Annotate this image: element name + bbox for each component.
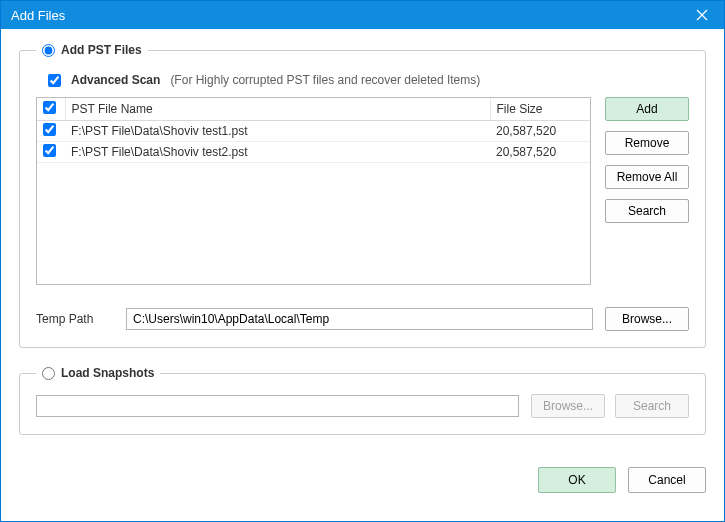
snapshot-browse-button: Browse... <box>531 394 605 418</box>
file-table-header: PST File Name File Size <box>37 98 590 121</box>
cancel-button[interactable]: Cancel <box>628 467 706 493</box>
row-checkbox[interactable] <box>43 123 56 136</box>
window-title: Add Files <box>11 8 65 23</box>
advanced-scan-row: Advanced Scan (For Highly corrupted PST … <box>48 73 689 87</box>
ok-button[interactable]: OK <box>538 467 616 493</box>
table-row[interactable]: F:\PST File\Data\Shoviv test2.pst 20,587… <box>37 142 590 163</box>
add-pst-legend-label: Add PST Files <box>61 43 142 57</box>
add-button[interactable]: Add <box>605 97 689 121</box>
close-button[interactable] <box>688 1 716 29</box>
row-checkbox[interactable] <box>43 144 56 157</box>
snapshot-row: Browse... Search <box>36 394 689 418</box>
temp-path-row: Temp Path Browse... <box>36 307 689 331</box>
file-table: PST File Name File Size F:\PST File\Data… <box>37 98 590 163</box>
snapshot-search-button: Search <box>615 394 689 418</box>
footer: OK Cancel <box>1 467 724 493</box>
advanced-scan-hint: (For Highly corrupted PST files and reco… <box>170 73 480 87</box>
row-size: 20,587,520 <box>490 121 590 142</box>
close-icon <box>696 9 708 21</box>
temp-path-label: Temp Path <box>36 312 114 326</box>
content-area: Add PST Files Advanced Scan (For Highly … <box>1 29 724 467</box>
row-name: F:\PST File\Data\Shoviv test2.pst <box>65 142 490 163</box>
search-button[interactable]: Search <box>605 199 689 223</box>
remove-all-button[interactable]: Remove All <box>605 165 689 189</box>
titlebar: Add Files <box>1 1 724 29</box>
temp-path-input[interactable] <box>126 308 593 330</box>
header-check-cell[interactable] <box>37 98 65 121</box>
header-checkbox[interactable] <box>43 101 56 114</box>
side-buttons: Add Remove Remove All Search <box>605 97 689 285</box>
advanced-scan-label: Advanced Scan <box>71 73 160 87</box>
add-pst-legend[interactable]: Add PST Files <box>36 43 148 57</box>
load-snapshots-legend-label: Load Snapshots <box>61 366 154 380</box>
snapshot-buttons: Browse... Search <box>531 394 689 418</box>
advanced-scan-checkbox[interactable] <box>48 74 61 87</box>
add-pst-radio[interactable] <box>42 44 55 57</box>
row-size: 20,587,520 <box>490 142 590 163</box>
temp-browse-button[interactable]: Browse... <box>605 307 689 331</box>
table-row[interactable]: F:\PST File\Data\Shoviv test1.pst 20,587… <box>37 121 590 142</box>
load-snapshots-radio[interactable] <box>42 367 55 380</box>
snapshot-path-input[interactable] <box>36 395 519 417</box>
add-pst-group: Add PST Files Advanced Scan (For Highly … <box>19 43 706 348</box>
load-snapshots-legend[interactable]: Load Snapshots <box>36 366 160 380</box>
files-body: PST File Name File Size F:\PST File\Data… <box>36 97 689 285</box>
file-table-wrap: PST File Name File Size F:\PST File\Data… <box>36 97 591 285</box>
row-name: F:\PST File\Data\Shoviv test1.pst <box>65 121 490 142</box>
remove-button[interactable]: Remove <box>605 131 689 155</box>
load-snapshots-group: Load Snapshots Browse... Search <box>19 366 706 435</box>
header-name[interactable]: PST File Name <box>65 98 490 121</box>
header-size[interactable]: File Size <box>490 98 590 121</box>
